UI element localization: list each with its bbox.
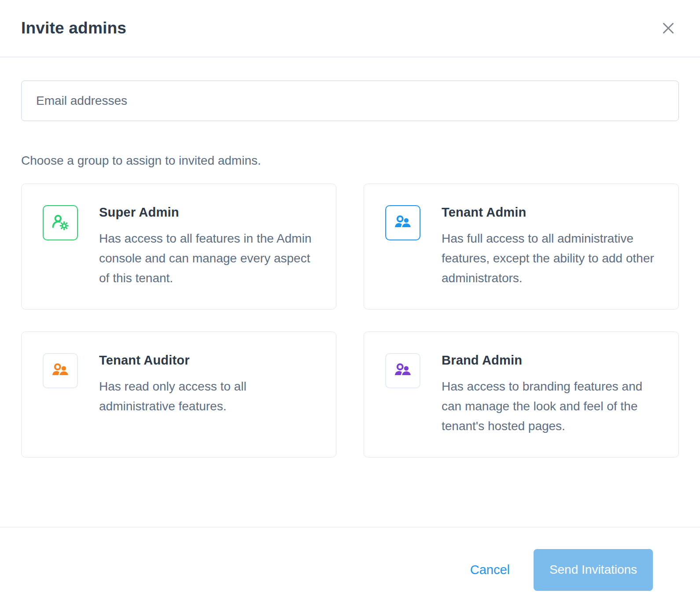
group-card-tenant-admin[interactable]: Tenant Admin Has full access to all admi… <box>364 184 679 310</box>
tenant-admin-icon-box <box>385 205 420 240</box>
close-icon <box>660 20 676 36</box>
close-button[interactable] <box>659 18 678 38</box>
group-card-description: Has access to all features in the Admin … <box>99 229 315 288</box>
users-icon <box>393 213 413 233</box>
users-icon <box>393 361 413 381</box>
tenant-admin-text: Tenant Admin Has full access to all admi… <box>442 205 657 288</box>
tenant-auditor-text: Tenant Auditor Has read only access to a… <box>99 353 315 416</box>
email-addresses-input[interactable] <box>21 81 679 121</box>
group-card-description: Has access to branding features and can … <box>442 376 657 436</box>
brand-admin-icon-box <box>385 353 420 388</box>
modal-header: Invite admins <box>0 0 700 58</box>
group-card-title: Tenant Admin <box>442 205 657 220</box>
modal-body: Choose a group to assign to invited admi… <box>0 58 700 527</box>
group-card-description: Has read only access to all administrati… <box>99 376 315 416</box>
users-icon <box>50 361 70 381</box>
brand-admin-text: Brand Admin Has access to branding featu… <box>442 353 657 436</box>
group-card-title: Super Admin <box>99 205 315 220</box>
group-card-brand-admin[interactable]: Brand Admin Has access to branding featu… <box>364 332 679 457</box>
super-admin-text: Super Admin Has access to all features i… <box>99 205 315 288</box>
super-admin-icon-box <box>43 205 78 240</box>
cancel-button[interactable]: Cancel <box>468 559 512 581</box>
modal-footer: Cancel Send Invitations <box>0 527 700 612</box>
page-title: Invite admins <box>21 19 126 37</box>
group-card-super-admin[interactable]: Super Admin Has access to all features i… <box>21 184 336 310</box>
group-card-title: Tenant Auditor <box>99 353 315 368</box>
tenant-auditor-icon-box <box>43 353 78 388</box>
group-card-description: Has full access to all administrative fe… <box>442 229 657 288</box>
group-cards-grid: Super Admin Has access to all features i… <box>21 184 679 457</box>
user-gear-icon <box>50 213 70 233</box>
group-card-tenant-auditor[interactable]: Tenant Auditor Has read only access to a… <box>21 332 336 457</box>
group-card-title: Brand Admin <box>442 353 657 368</box>
send-invitations-button[interactable]: Send Invitations <box>534 549 653 591</box>
choose-group-label: Choose a group to assign to invited admi… <box>21 154 679 168</box>
